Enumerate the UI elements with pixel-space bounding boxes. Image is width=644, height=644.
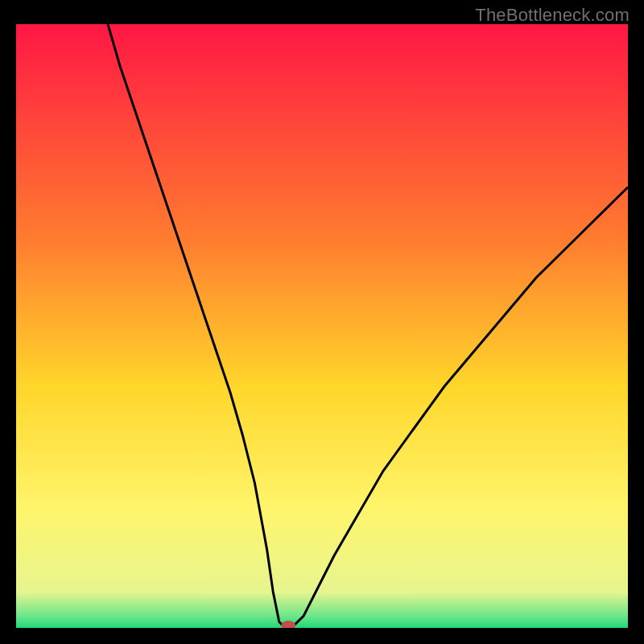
bottleneck-chart-svg	[16, 24, 628, 628]
chart-frame: TheBottleneck.com	[0, 0, 644, 644]
watermark-label: TheBottleneck.com	[475, 5, 630, 26]
plot-area	[16, 24, 628, 628]
gradient-background	[16, 24, 628, 628]
